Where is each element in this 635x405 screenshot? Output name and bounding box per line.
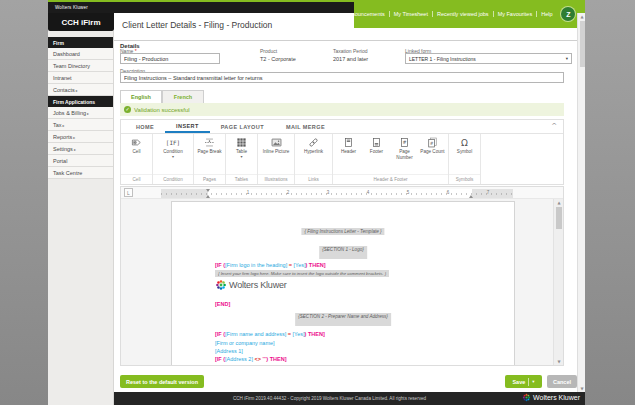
ribbon-group-label-header-footer: Header & Footer bbox=[333, 174, 448, 184]
window-scrollbar[interactable]: ▲ ▼ bbox=[577, 13, 585, 392]
horizontal-ruler[interactable]: 1 2 3 4 5 6 7 bbox=[161, 189, 513, 198]
scroll-up-icon[interactable]: ▲ bbox=[554, 200, 564, 205]
ribbon-group-label-illustrations: Illustrations bbox=[258, 174, 294, 184]
cell-icon bbox=[131, 136, 142, 149]
save-button[interactable]: Save ▾ bbox=[505, 375, 542, 388]
table-icon bbox=[236, 136, 247, 149]
menu-my-timesheet[interactable]: My Timesheet bbox=[389, 11, 432, 17]
sidebar-item-portal[interactable]: Portal bbox=[48, 155, 113, 167]
page-count-button[interactable]: # Page Count bbox=[419, 136, 446, 155]
sidebar-item-intranet[interactable]: Intranet bbox=[48, 72, 113, 84]
wolters-kluwer-brand: Wolters Kluwer bbox=[55, 5, 88, 10]
wolters-kluwer-pinwheel-icon bbox=[522, 393, 531, 402]
cancel-button[interactable]: Cancel bbox=[547, 375, 577, 388]
footer-brand: Wolters Kluwer bbox=[522, 393, 580, 402]
scroll-down-icon[interactable]: ▼ bbox=[578, 386, 586, 391]
sidebar-item-settings[interactable]: Settings▸ bbox=[48, 143, 113, 155]
tab-french[interactable]: French bbox=[162, 90, 204, 103]
product-label: Product bbox=[260, 48, 277, 54]
ribbon-group-illustrations: Inline Picture Illustrations bbox=[258, 134, 295, 184]
ribbon-group-label-pages: Pages bbox=[194, 174, 225, 184]
wolters-kluwer-top-strip: Wolters Kluwer bbox=[48, 2, 354, 13]
indent-marker-right[interactable] bbox=[469, 195, 473, 198]
tab-selector[interactable]: L bbox=[124, 188, 133, 197]
ribbon-group-label-condition: Condition bbox=[153, 174, 193, 184]
editor-ribbon: HOME INSERT PAGE LAYOUT MAIL MERGE ^ Cel… bbox=[120, 119, 564, 185]
app-window: Announcements My Timesheet Recently view… bbox=[48, 0, 585, 405]
ribbon-group-links: Hyperlink Links bbox=[295, 134, 333, 184]
editor-scrollbar-thumb[interactable] bbox=[556, 207, 562, 229]
sidebar-item-reports[interactable]: Reports▸ bbox=[48, 131, 113, 143]
sidebar-item-team-directory[interactable]: Team Directory bbox=[48, 60, 113, 72]
symbol-button[interactable]: Ω Symbol bbox=[451, 136, 478, 155]
save-dropdown-caret-icon[interactable]: ▾ bbox=[532, 379, 534, 384]
svg-text:#: # bbox=[430, 141, 434, 146]
table-button[interactable]: Table ▾ bbox=[228, 136, 255, 159]
hyperlink-button[interactable]: Hyperlink bbox=[297, 136, 330, 155]
sidebar-item-jobs-billing[interactable]: Jobs & Billing▸ bbox=[48, 107, 113, 119]
editor-scrollbar[interactable]: ▲ ▼ bbox=[553, 199, 563, 365]
taxation-period-label: Taxation Period bbox=[333, 48, 367, 54]
section2-box: {SECTION 2 - Preparer Name and Address} bbox=[295, 313, 391, 326]
indent-marker-left[interactable] bbox=[206, 195, 210, 198]
footer-button[interactable]: Footer bbox=[363, 136, 390, 155]
ribbon-collapse-icon[interactable]: ^ bbox=[551, 122, 557, 130]
product-value: T2 - Corporate bbox=[260, 56, 296, 62]
ribbon-tab-mail-merge[interactable]: MAIL MERGE bbox=[275, 120, 336, 133]
menu-my-favourites[interactable]: My Favourites bbox=[493, 11, 537, 17]
header-icon bbox=[343, 136, 354, 149]
condition-icon: [IF] bbox=[166, 136, 180, 149]
header-spacer bbox=[354, 28, 585, 40]
page-number-button[interactable]: # Page Number bbox=[391, 136, 418, 160]
sidebar-header-firm-applications: Firm Applications bbox=[48, 96, 113, 107]
menu-help[interactable]: Help bbox=[536, 11, 556, 17]
tab-english[interactable]: English bbox=[120, 90, 162, 103]
document-editor: L 1 2 3 4 5 6 7 { Filin bbox=[120, 186, 564, 366]
if-name-address-line: [IF ([Firm name and address] = [Yes]) TH… bbox=[215, 331, 325, 337]
ribbon-tab-home[interactable]: HOME bbox=[125, 120, 165, 133]
ribbon-tab-insert[interactable]: INSERT bbox=[165, 120, 210, 133]
scroll-down-icon[interactable]: ▼ bbox=[554, 359, 564, 364]
scroll-up-icon[interactable]: ▲ bbox=[578, 14, 586, 19]
ribbon-tabs: HOME INSERT PAGE LAYOUT MAIL MERGE ^ bbox=[121, 120, 563, 134]
select-caret-icon: ▾ bbox=[566, 56, 568, 61]
cch-ifirm-logo[interactable]: CCH iFirm bbox=[48, 13, 114, 31]
indent-marker-first-line[interactable] bbox=[206, 189, 210, 192]
chevron-right-icon: ▸ bbox=[87, 111, 89, 116]
ribbon-group-label-cell: Cell bbox=[121, 174, 152, 184]
inline-picture-button[interactable]: Inline Picture bbox=[260, 136, 292, 155]
if-address2-line: [IF ([Address 2] <> "") THEN] bbox=[215, 356, 286, 362]
cell-button[interactable]: Cell bbox=[123, 136, 150, 155]
ribbon-group-pages: Page Break Pages bbox=[194, 134, 226, 184]
user-avatar[interactable]: Z bbox=[561, 7, 575, 21]
footer-bar: CCH iFirm 2019.40.44432 - Copyright 2019… bbox=[114, 392, 585, 405]
logo-comment-box: { Insert your firm logo here. Make sure … bbox=[215, 270, 389, 277]
dropdown-caret-icon: ▾ bbox=[240, 155, 242, 159]
ribbon-group-symbols: Ω Symbol Symbols bbox=[449, 134, 481, 184]
menu-recently-viewed-jobs[interactable]: Recently viewed jobs bbox=[432, 11, 493, 17]
validation-message: Validation successful bbox=[134, 107, 190, 113]
check-icon: ✓ bbox=[124, 106, 131, 113]
section1-box: {SECTION 1 - Logo} bbox=[319, 246, 367, 259]
chevron-right-icon: ▸ bbox=[73, 135, 75, 140]
linked-form-select[interactable]: LETTER 1 - Filing Instructions ▾ bbox=[405, 53, 572, 64]
window-scrollbar-thumb[interactable] bbox=[580, 21, 585, 67]
sidebar-item-contacts[interactable]: Contacts▸ bbox=[48, 84, 113, 96]
svg-text:#: # bbox=[402, 140, 406, 145]
firm-logo-text: Wolters Kluwer bbox=[229, 280, 287, 290]
ribbon-group-label-tables: Tables bbox=[226, 174, 257, 184]
description-input[interactable] bbox=[120, 72, 564, 83]
sidebar-item-task-centre[interactable]: Task Centre bbox=[48, 167, 113, 179]
ribbon-group-label-symbols: Symbols bbox=[449, 174, 480, 184]
sidebar-item-tax[interactable]: Tax▸ bbox=[48, 119, 113, 131]
reset-default-version-button[interactable]: Reset to the default version bbox=[120, 375, 204, 388]
header-button[interactable]: Header bbox=[335, 136, 362, 155]
footer-icon bbox=[371, 136, 382, 149]
ribbon-tab-page-layout[interactable]: PAGE LAYOUT bbox=[210, 120, 275, 133]
sidebar-item-dashboard[interactable]: Dashboard bbox=[48, 48, 113, 60]
document-page[interactable]: { Filing Instructions Letter - Template … bbox=[171, 201, 515, 365]
condition-button[interactable]: [IF] Condition ▾ bbox=[155, 136, 191, 159]
inline-picture-icon bbox=[271, 136, 282, 149]
name-input[interactable] bbox=[120, 53, 220, 64]
page-break-button[interactable]: Page Break bbox=[196, 136, 223, 155]
